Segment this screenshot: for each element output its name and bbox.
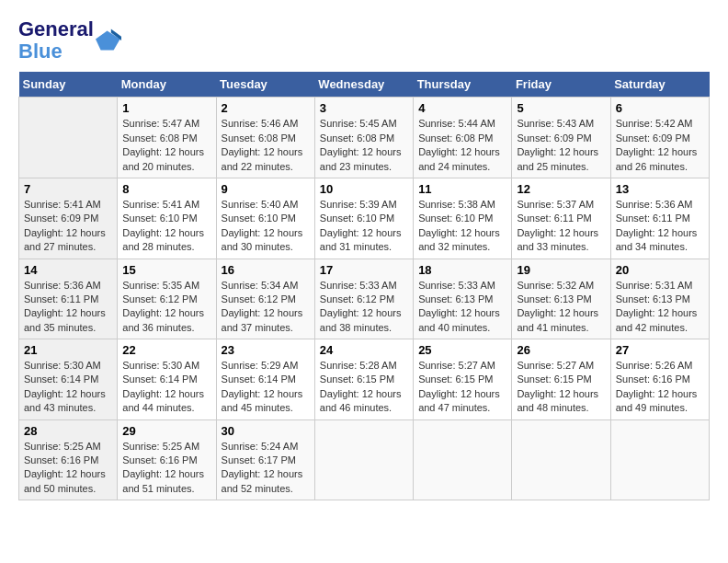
calendar-cell: 23Sunrise: 5:29 AMSunset: 6:14 PMDayligh… xyxy=(216,339,314,420)
calendar-cell: 20Sunrise: 5:31 AMSunset: 6:13 PMDayligh… xyxy=(610,259,709,339)
calendar-cell: 24Sunrise: 5:28 AMSunset: 6:15 PMDayligh… xyxy=(314,339,413,420)
cell-info: Sunrise: 5:25 AMSunset: 6:16 PMDaylight:… xyxy=(122,440,210,497)
cell-info: Sunrise: 5:32 AMSunset: 6:13 PMDaylight:… xyxy=(517,279,605,336)
day-number: 26 xyxy=(517,343,605,357)
calendar-cell: 25Sunrise: 5:27 AMSunset: 6:15 PMDayligh… xyxy=(414,339,512,420)
day-number: 2 xyxy=(222,101,310,115)
column-header-friday: Friday xyxy=(512,72,610,98)
day-number: 1 xyxy=(122,101,210,115)
page-header: GeneralBlue xyxy=(18,18,710,63)
cell-info: Sunrise: 5:47 AMSunset: 6:08 PMDaylight:… xyxy=(122,117,210,174)
calendar-cell xyxy=(414,419,512,500)
logo: GeneralBlue xyxy=(18,18,121,63)
cell-info: Sunrise: 5:37 AMSunset: 6:11 PMDaylight:… xyxy=(517,198,605,255)
cell-info: Sunrise: 5:27 AMSunset: 6:15 PMDaylight:… xyxy=(418,359,506,416)
calendar-cell: 22Sunrise: 5:30 AMSunset: 6:14 PMDayligh… xyxy=(118,339,216,420)
cell-info: Sunrise: 5:38 AMSunset: 6:10 PMDaylight:… xyxy=(418,198,506,255)
column-header-wednesday: Wednesday xyxy=(314,72,413,98)
calendar-cell: 7Sunrise: 5:41 AMSunset: 6:09 PMDaylight… xyxy=(19,178,118,259)
day-number: 7 xyxy=(24,182,112,196)
day-number: 18 xyxy=(418,263,506,277)
cell-info: Sunrise: 5:44 AMSunset: 6:08 PMDaylight:… xyxy=(418,117,506,174)
week-row-3: 14Sunrise: 5:36 AMSunset: 6:11 PMDayligh… xyxy=(19,259,710,339)
cell-info: Sunrise: 5:39 AMSunset: 6:10 PMDaylight:… xyxy=(320,198,408,255)
column-header-saturday: Saturday xyxy=(610,72,709,98)
day-number: 11 xyxy=(418,182,506,196)
day-number: 23 xyxy=(222,343,310,357)
calendar-cell xyxy=(314,419,413,500)
calendar-cell: 17Sunrise: 5:33 AMSunset: 6:12 PMDayligh… xyxy=(314,259,413,339)
cell-info: Sunrise: 5:41 AMSunset: 6:09 PMDaylight:… xyxy=(24,198,112,255)
calendar-cell: 21Sunrise: 5:30 AMSunset: 6:14 PMDayligh… xyxy=(19,339,118,420)
day-number: 4 xyxy=(418,101,506,115)
calendar-cell: 9Sunrise: 5:40 AMSunset: 6:10 PMDaylight… xyxy=(216,178,314,259)
cell-info: Sunrise: 5:27 AMSunset: 6:15 PMDaylight:… xyxy=(517,359,605,416)
calendar-cell xyxy=(610,419,709,500)
cell-info: Sunrise: 5:26 AMSunset: 6:16 PMDaylight:… xyxy=(616,359,704,416)
day-number: 19 xyxy=(517,263,605,277)
column-header-tuesday: Tuesday xyxy=(216,72,314,98)
calendar-cell: 28Sunrise: 5:25 AMSunset: 6:16 PMDayligh… xyxy=(19,419,118,500)
day-number: 14 xyxy=(24,263,112,277)
cell-info: Sunrise: 5:41 AMSunset: 6:10 PMDaylight:… xyxy=(122,198,210,255)
cell-info: Sunrise: 5:24 AMSunset: 6:17 PMDaylight:… xyxy=(222,440,310,497)
week-row-1: 1Sunrise: 5:47 AMSunset: 6:08 PMDaylight… xyxy=(19,98,710,178)
calendar-cell: 5Sunrise: 5:43 AMSunset: 6:09 PMDaylight… xyxy=(512,98,610,178)
day-number: 13 xyxy=(616,182,704,196)
day-number: 6 xyxy=(616,101,704,115)
cell-info: Sunrise: 5:28 AMSunset: 6:15 PMDaylight:… xyxy=(320,359,408,416)
cell-info: Sunrise: 5:40 AMSunset: 6:10 PMDaylight:… xyxy=(222,198,310,255)
calendar-header-row: SundayMondayTuesdayWednesdayThursdayFrid… xyxy=(19,72,710,98)
calendar-cell: 3Sunrise: 5:45 AMSunset: 6:08 PMDaylight… xyxy=(314,98,413,178)
day-number: 16 xyxy=(222,263,310,277)
day-number: 5 xyxy=(517,101,605,115)
week-row-4: 21Sunrise: 5:30 AMSunset: 6:14 PMDayligh… xyxy=(19,339,710,420)
calendar-cell: 6Sunrise: 5:42 AMSunset: 6:09 PMDaylight… xyxy=(610,98,709,178)
calendar-cell: 16Sunrise: 5:34 AMSunset: 6:12 PMDayligh… xyxy=(216,259,314,339)
day-number: 15 xyxy=(122,263,210,277)
calendar-cell xyxy=(19,98,118,178)
cell-info: Sunrise: 5:42 AMSunset: 6:09 PMDaylight:… xyxy=(616,117,704,174)
day-number: 27 xyxy=(616,343,704,357)
week-row-2: 7Sunrise: 5:41 AMSunset: 6:09 PMDaylight… xyxy=(19,178,710,259)
calendar-body: 1Sunrise: 5:47 AMSunset: 6:08 PMDaylight… xyxy=(19,98,710,500)
calendar-cell: 27Sunrise: 5:26 AMSunset: 6:16 PMDayligh… xyxy=(610,339,709,420)
cell-info: Sunrise: 5:33 AMSunset: 6:13 PMDaylight:… xyxy=(418,279,506,336)
calendar-cell: 10Sunrise: 5:39 AMSunset: 6:10 PMDayligh… xyxy=(314,178,413,259)
calendar-cell: 19Sunrise: 5:32 AMSunset: 6:13 PMDayligh… xyxy=(512,259,610,339)
cell-info: Sunrise: 5:33 AMSunset: 6:12 PMDaylight:… xyxy=(320,279,408,336)
calendar-cell: 1Sunrise: 5:47 AMSunset: 6:08 PMDaylight… xyxy=(118,98,216,178)
cell-info: Sunrise: 5:43 AMSunset: 6:09 PMDaylight:… xyxy=(517,117,605,174)
calendar-cell: 12Sunrise: 5:37 AMSunset: 6:11 PMDayligh… xyxy=(512,178,610,259)
cell-info: Sunrise: 5:25 AMSunset: 6:16 PMDaylight:… xyxy=(24,440,112,497)
cell-info: Sunrise: 5:29 AMSunset: 6:14 PMDaylight:… xyxy=(222,359,310,416)
day-number: 20 xyxy=(616,263,704,277)
calendar-table: SundayMondayTuesdayWednesdayThursdayFrid… xyxy=(18,72,710,500)
cell-info: Sunrise: 5:30 AMSunset: 6:14 PMDaylight:… xyxy=(122,359,210,416)
cell-info: Sunrise: 5:30 AMSunset: 6:14 PMDaylight:… xyxy=(24,359,112,416)
calendar-cell: 13Sunrise: 5:36 AMSunset: 6:11 PMDayligh… xyxy=(610,178,709,259)
calendar-cell: 29Sunrise: 5:25 AMSunset: 6:16 PMDayligh… xyxy=(118,419,216,500)
calendar-cell: 26Sunrise: 5:27 AMSunset: 6:15 PMDayligh… xyxy=(512,339,610,420)
cell-info: Sunrise: 5:46 AMSunset: 6:08 PMDaylight:… xyxy=(222,117,310,174)
calendar-cell: 8Sunrise: 5:41 AMSunset: 6:10 PMDaylight… xyxy=(118,178,216,259)
cell-info: Sunrise: 5:45 AMSunset: 6:08 PMDaylight:… xyxy=(320,117,408,174)
day-number: 17 xyxy=(320,263,408,277)
day-number: 21 xyxy=(24,343,112,357)
column-header-sunday: Sunday xyxy=(19,72,118,98)
day-number: 22 xyxy=(122,343,210,357)
day-number: 10 xyxy=(320,182,408,196)
cell-info: Sunrise: 5:35 AMSunset: 6:12 PMDaylight:… xyxy=(122,279,210,336)
cell-info: Sunrise: 5:36 AMSunset: 6:11 PMDaylight:… xyxy=(24,279,112,336)
day-number: 8 xyxy=(122,182,210,196)
logo-icon xyxy=(96,28,121,53)
calendar-cell: 2Sunrise: 5:46 AMSunset: 6:08 PMDaylight… xyxy=(216,98,314,178)
cell-info: Sunrise: 5:36 AMSunset: 6:11 PMDaylight:… xyxy=(616,198,704,255)
week-row-5: 28Sunrise: 5:25 AMSunset: 6:16 PMDayligh… xyxy=(19,419,710,500)
calendar-cell: 14Sunrise: 5:36 AMSunset: 6:11 PMDayligh… xyxy=(19,259,118,339)
cell-info: Sunrise: 5:34 AMSunset: 6:12 PMDaylight:… xyxy=(222,279,310,336)
day-number: 9 xyxy=(222,182,310,196)
day-number: 28 xyxy=(24,424,112,438)
day-number: 24 xyxy=(320,343,408,357)
day-number: 12 xyxy=(517,182,605,196)
